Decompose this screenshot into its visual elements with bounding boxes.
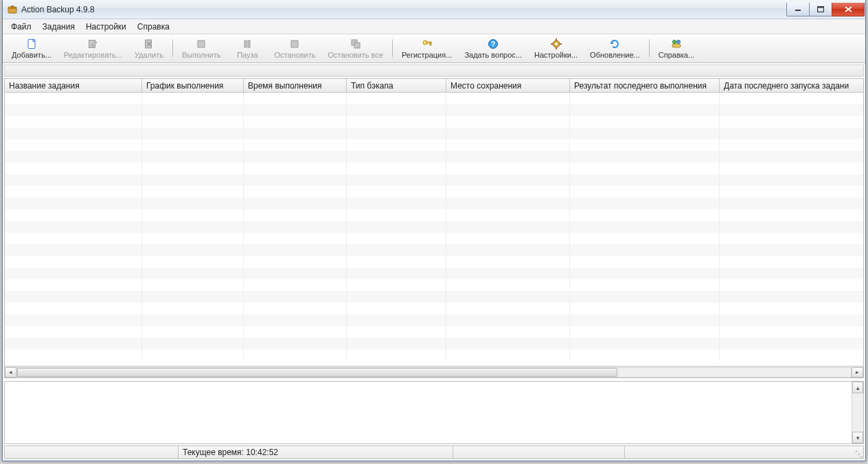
window-title: Action Backup 4.9.8 [21, 5, 95, 14]
delete-icon [143, 38, 155, 50]
titlebar[interactable]: Action Backup 4.9.8 [3, 0, 865, 19]
file-add-icon [25, 38, 38, 50]
toolbar-help-button[interactable]: Справка... [652, 35, 700, 62]
table-row[interactable] [5, 256, 863, 268]
toolbar-add-button[interactable]: Добавить... [5, 35, 58, 62]
close-button[interactable] [832, 3, 865, 16]
table-row[interactable] [5, 303, 863, 314]
help-people-icon [670, 38, 683, 50]
minimize-button[interactable] [786, 3, 810, 16]
menu-tasks[interactable]: Задания [37, 19, 80, 34]
pause-icon [241, 38, 253, 50]
toolbar-ask-button[interactable]: ? Задать вопрос... [458, 35, 528, 62]
table-row[interactable] [5, 104, 863, 116]
col-location[interactable]: Место сохранения [446, 79, 570, 92]
edit-icon [87, 38, 99, 50]
log-vertical-scrollbar[interactable]: ▴ ▾ [852, 382, 863, 443]
table-row[interactable] [5, 291, 863, 303]
col-time[interactable]: Время выполнения [244, 79, 347, 92]
table-row[interactable] [5, 209, 863, 221]
toolbar-run-label: Выполнить [182, 51, 220, 59]
scroll-track[interactable] [16, 367, 852, 378]
svg-rect-10 [244, 40, 247, 47]
stop-icon [288, 38, 301, 50]
toolbar: Добавить... Редактировать... Удалить Вып… [3, 34, 865, 63]
table-row[interactable] [5, 198, 863, 209]
maximize-button[interactable] [809, 3, 832, 16]
toolbar-stop-label: Остановить [274, 51, 315, 59]
play-icon [195, 38, 207, 50]
svg-rect-3 [795, 10, 801, 11]
table-row[interactable] [5, 338, 863, 349]
toolbar-separator [172, 38, 173, 59]
toolbar-pause-button[interactable]: Пауза [227, 35, 268, 62]
status-panel-4 [625, 446, 863, 459]
table-row[interactable] [5, 268, 863, 279]
col-last-run[interactable]: Дата последнего запуска задани [720, 79, 863, 92]
col-schedule[interactable]: График выполнения [142, 79, 244, 92]
toolbar-edit-button[interactable]: Редактировать... [58, 35, 128, 62]
col-last-result[interactable]: Результат последнего выполнения [570, 79, 720, 92]
toolbar-delete-button[interactable]: Удалить [128, 35, 170, 62]
svg-rect-2 [12, 5, 14, 8]
status-current-time: Текущее время: 10:42:52 [179, 446, 453, 459]
toolbar-separator [649, 38, 650, 59]
table-row[interactable] [5, 326, 863, 338]
question-icon: ? [487, 38, 499, 50]
app-icon [7, 4, 18, 15]
toolbar-separator [392, 38, 393, 59]
task-grid: Название задания График выполнения Время… [4, 78, 864, 378]
scroll-thumb[interactable] [17, 368, 617, 377]
toolbar-help-label: Справка... [659, 51, 694, 59]
table-row[interactable] [5, 233, 863, 244]
table-row[interactable] [5, 244, 863, 256]
col-type[interactable]: Тип бэкапа [347, 79, 446, 92]
scroll-track[interactable] [852, 393, 863, 432]
app-window: Action Backup 4.9.8 Файл Задания Настрой… [2, 0, 866, 461]
status-panel-1 [5, 446, 179, 459]
grid-horizontal-scrollbar[interactable]: ◂ ▸ [5, 366, 863, 378]
table-row[interactable] [5, 314, 863, 326]
col-name[interactable]: Название задания [5, 79, 142, 92]
menu-file[interactable]: Файл [5, 19, 37, 34]
toolbar-update-button[interactable]: Обновление... [584, 35, 646, 62]
scroll-down-arrow[interactable]: ▾ [852, 432, 863, 443]
table-row[interactable] [5, 163, 863, 174]
table-row[interactable] [5, 151, 863, 163]
key-icon [421, 38, 433, 50]
svg-rect-28 [672, 44, 681, 47]
table-row[interactable] [5, 93, 863, 104]
table-row[interactable] [5, 186, 863, 198]
svg-text:?: ? [491, 40, 495, 48]
table-row[interactable] [5, 349, 863, 361]
toolbar-stop-all-button[interactable]: Остановить все [321, 35, 389, 62]
stop-all-icon [350, 38, 362, 50]
log-panel[interactable]: ▴ ▾ [4, 381, 864, 444]
table-row[interactable] [5, 174, 863, 186]
scroll-right-arrow[interactable]: ▸ [852, 367, 863, 378]
toolbar-settings-button[interactable]: Настройки... [528, 35, 584, 62]
table-row[interactable] [5, 221, 863, 233]
toolbar-settings-label: Настройки... [534, 51, 578, 59]
status-panel-3 [453, 446, 625, 459]
svg-point-27 [676, 40, 680, 44]
table-row[interactable] [5, 139, 863, 151]
toolbar-add-label: Добавить... [12, 51, 52, 59]
menubar: Файл Задания Настройки Справка [3, 19, 865, 34]
menu-settings[interactable]: Настройки [80, 19, 132, 34]
statusbar: Текущее время: 10:42:52 [4, 445, 864, 459]
scroll-left-arrow[interactable]: ◂ [5, 367, 16, 378]
toolbar-run-button[interactable]: Выполнить [176, 35, 227, 62]
svg-rect-5 [818, 6, 824, 8]
toolbar-spacer-strip [4, 65, 864, 77]
toolbar-pause-label: Пауза [237, 51, 258, 59]
toolbar-register-button[interactable]: Регистрация... [396, 35, 458, 62]
menu-help[interactable]: Справка [132, 19, 175, 34]
grid-body[interactable] [5, 93, 863, 366]
svg-point-26 [672, 40, 676, 44]
table-row[interactable] [5, 128, 863, 139]
scroll-up-arrow[interactable]: ▴ [852, 382, 863, 393]
toolbar-stop-button[interactable]: Остановить [268, 35, 321, 62]
table-row[interactable] [5, 279, 863, 291]
table-row[interactable] [5, 116, 863, 128]
